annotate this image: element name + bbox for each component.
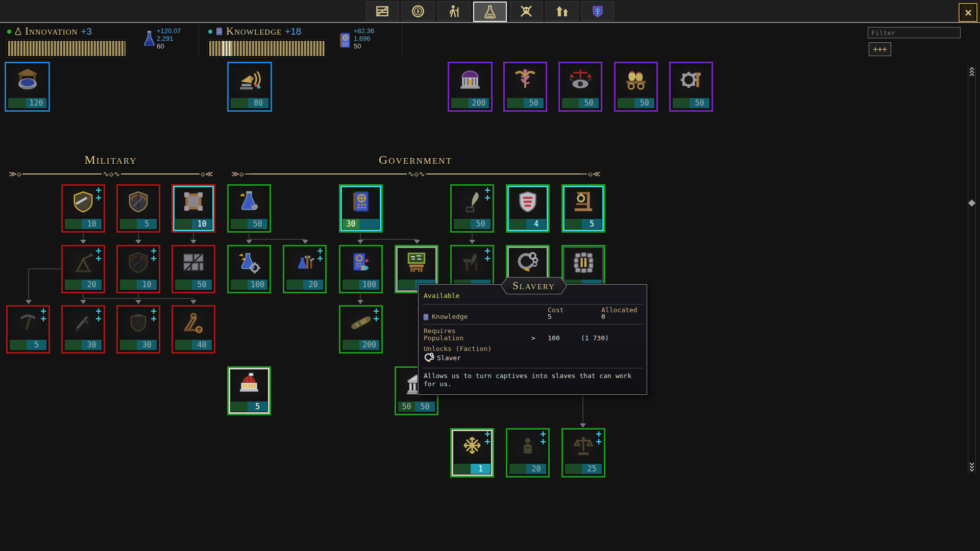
tech-node-writing[interactable]: ++50 [450,184,494,233]
tech-node-codified-law[interactable]: 30 [339,184,383,233]
tech-node-capitol[interactable]: 5 [227,366,271,415]
tech-node-siege-frame[interactable]: ++20 [61,245,105,293]
tech-node-tool-research[interactable]: ++20 [283,245,327,293]
cost-value-segment: 200 [469,98,489,108]
allocate-plus-icon[interactable]: ++ [96,307,102,322]
cost-allocated-segment [454,464,471,474]
tech-node-executions[interactable]: 5 [561,184,605,233]
innovation-stock: 2.291 [157,35,181,42]
tech-node-decrees[interactable]: ++200 [339,305,383,354]
imprisonment-icon [571,249,596,275]
allocate-plus-icon[interactable]: ++ [485,430,491,445]
tech-node-alchemy[interactable]: 50 [227,184,271,233]
unlock-label: Slaver [437,354,461,362]
progress-marker [223,41,231,56]
tech-node-stone-wall[interactable]: 50 [172,245,215,293]
connector-line [193,233,194,240]
tech-node-heraldry[interactable]: 4 [506,184,550,233]
tech-node-horn[interactable]: 80 [227,62,272,112]
section-title-military: Military [84,153,137,167]
tech-node-eye-scales[interactable]: 50 [558,62,602,112]
tech-node-caduceus[interactable]: 50 [503,62,547,112]
expand-all-button[interactable]: +++ [869,42,891,56]
knowledge-stock: 1.696 [354,35,374,42]
cart-icon [623,66,649,92]
allocate-plus-icon[interactable]: ++ [151,247,157,262]
allocate-plus-icon[interactable]: ++ [317,247,323,262]
allocate-plus-icon[interactable]: ++ [41,307,46,322]
tech-node-shield[interactable]: ++30 [116,305,160,354]
cost-value-segment: 50 [634,98,654,108]
tech-node-well[interactable]: 120 [5,62,50,112]
tech-node-palisade[interactable]: 10 [172,184,215,233]
requirement-current: (1 730) [581,334,609,342]
allocate-plus-icon[interactable]: ++ [374,307,379,322]
knowledge-header: Knowledge +18 [208,25,301,38]
cost-bar: 50 [454,219,491,229]
close-button[interactable] [959,3,977,22]
connector-line [138,233,139,240]
allocate-plus-icon[interactable]: ++ [151,307,157,322]
allocate-plus-icon[interactable]: ++ [485,186,491,202]
tech-node-shield-crossbow-2[interactable]: ++10 [116,245,160,293]
census-icon [515,433,541,458]
shield-crossbow-2-icon [126,249,151,275]
cost-bar: 50 [673,98,709,108]
tech-node-adv-alchemy[interactable]: 100 [227,245,271,293]
filter-input[interactable] [868,27,961,38]
allocate-plus-icon[interactable]: ++ [96,186,102,202]
cost-bar: 100 [231,280,267,290]
tech-node-temple[interactable]: 200 [448,62,493,112]
tech-node-sword[interactable]: ++30 [61,305,105,354]
cost-value-segment: 5 [137,219,157,229]
allocate-plus-icon[interactable]: ++ [541,430,546,445]
tooltip-title: Slavery [512,280,555,292]
toolbar-button-economy[interactable] [402,2,434,21]
cost-allocated-segment [509,219,526,229]
cost-bar: 5050 [398,402,435,412]
scrollbar-thumb[interactable] [968,199,975,207]
toolbar-button-advancement[interactable] [546,2,578,21]
toolbar-button-population[interactable] [437,2,470,21]
requires-label: Requires [424,327,456,335]
cost-allocated-segment [618,98,634,108]
tech-node-pickaxe[interactable]: ++5 [6,305,50,354]
taxation-icon [571,433,596,458]
toolbar-button-military[interactable] [510,2,543,21]
connector-arrow [135,240,141,244]
triple-chevron-up-icon[interactable] [968,66,975,77]
tech-node-gear-hammer[interactable]: 50 [669,62,713,112]
cost-allocated-segment [673,98,690,108]
vertical-scrollbar[interactable] [968,65,976,474]
tech-node-census[interactable]: ++20 [506,428,550,478]
tech-node-catapult[interactable]: 40 [172,305,215,354]
book-icon [215,28,223,35]
tech-node-festival[interactable]: ++1 [450,428,494,478]
cost-bar: 30 [342,219,379,229]
cost-allocated-segment [65,340,82,350]
toolbar-buttons [366,2,614,22]
divider [402,23,402,57]
tech-node-taxation[interactable]: ++25 [561,428,605,478]
book-icon [339,32,351,50]
tech-node-shield-sword[interactable]: ++10 [61,184,105,233]
tech-node-scholarship[interactable]: 100 [339,245,383,293]
cost-value-segment: 100 [248,280,267,290]
tech-node-cart[interactable]: 50 [614,62,658,112]
scholarship-icon [348,249,374,275]
innovation-header: Innovation +3 [7,25,92,38]
triple-chevron-down-icon[interactable] [968,462,975,473]
toolbar-button-research[interactable] [473,2,507,22]
cost-value-segment: 30 [82,340,102,350]
resource-allocated: 0 [601,313,605,320]
toolbar-button-logistics[interactable] [366,2,399,21]
allocate-plus-icon[interactable]: ++ [96,247,102,262]
connector-arrow [80,300,86,304]
section-ornament: ∿◇∿ [407,169,426,179]
allocate-plus-icon[interactable]: ++ [596,430,602,445]
toolbar-button-factions[interactable] [581,2,614,21]
tech-node-shield-crossbow[interactable]: 5 [116,184,160,233]
allocate-plus-icon[interactable]: ++ [485,247,491,262]
cost-value-segment: 50 [192,280,212,290]
cost-bar: 10 [120,280,157,290]
